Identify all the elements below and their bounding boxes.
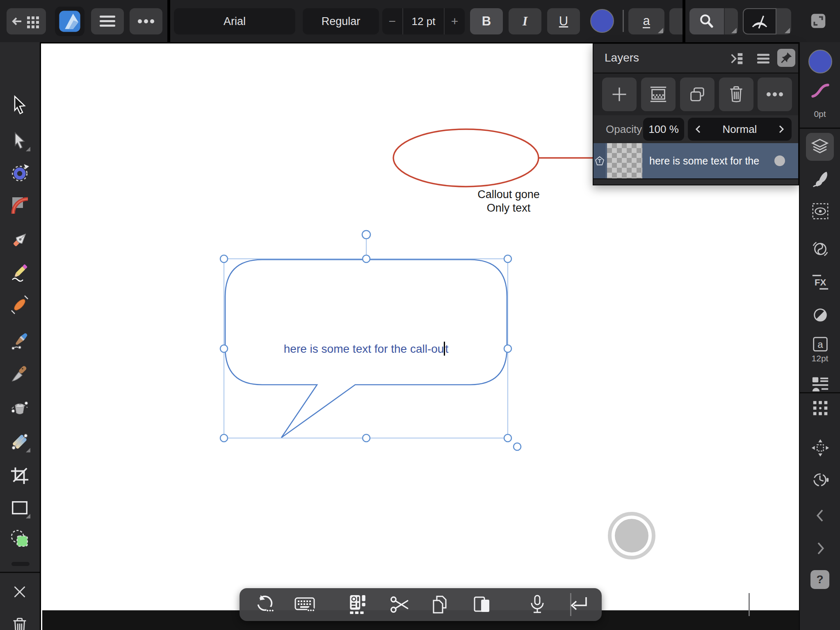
dictation-button[interactable] [527,594,548,615]
font-style-value: Regular [322,15,361,28]
selection-handle[interactable] [220,434,228,442]
font-style-button[interactable]: Regular [303,8,379,34]
studio-effects-button[interactable]: FX [810,272,830,292]
zoom-options-button[interactable] [724,8,738,34]
character-label: a [643,15,650,28]
undo-button[interactable] [254,594,276,615]
blend-mode-selector[interactable]: Normal [688,118,792,141]
clipped-button[interactable] [669,8,682,34]
vector-brush-tool[interactable] [8,329,31,352]
studio-layers-button[interactable] [806,133,834,161]
return-button[interactable] [568,594,589,615]
mask-layer-button[interactable] [641,78,676,111]
boolean-selection-tool[interactable] [8,527,31,550]
layers-panel-title: Layers [605,51,639,64]
shape-tool[interactable] [8,496,31,519]
rotation-handle[interactable] [362,231,370,239]
deselect-button[interactable] [8,580,31,603]
corner-radius-handle[interactable] [514,443,521,450]
chevron-right-icon[interactable] [776,124,786,134]
copy-button[interactable] [429,594,450,615]
assistant-options-button[interactable] [776,8,791,34]
character-style-button[interactable]: a [628,8,664,34]
collapse-left-button[interactable] [810,506,830,525]
style-pot-tool[interactable] [8,396,31,419]
exit-fullscreen-button[interactable] [809,11,828,32]
chevron-left-icon [812,507,829,524]
paste-button[interactable] [471,594,493,615]
stroke-style-button[interactable] [810,81,830,100]
studio-history-button[interactable] [810,470,830,490]
layer-row-selected[interactable]: here is some text for the [593,143,798,178]
layer-more-button[interactable] [758,78,792,111]
chevron-left-icon[interactable] [694,124,703,134]
panel-options-button[interactable] [755,50,772,68]
tool-fold-icon [26,147,30,151]
delete-layer-button[interactable] [719,78,753,111]
bold-label: B [482,14,491,29]
fill-color-swatch[interactable] [808,50,832,73]
opacity-blend-row: Opacity 100 % Normal [593,115,798,143]
layer-thumbnail[interactable] [607,143,642,178]
studio-contrast-button[interactable] [810,305,830,325]
add-layer-button[interactable] [602,78,637,111]
paste-icon [472,594,492,615]
selection-handle[interactable] [220,255,228,262]
selection-handle[interactable] [504,434,511,442]
studio-brushes-button[interactable] [810,170,830,189]
italic-label: I [523,14,527,29]
cut-button[interactable] [388,594,410,615]
crop-tool[interactable] [8,464,31,487]
studio-adjustments-button[interactable] [810,201,830,221]
layers-actions-row [593,73,798,115]
zoom-tool-button[interactable] [689,8,724,34]
node-tool[interactable] [8,129,31,152]
pixel-selection-tool[interactable] [8,161,31,184]
back-to-gallery-button[interactable] [7,8,46,34]
selection-handle[interactable] [363,255,370,262]
toolbar-separator [167,0,170,42]
text-color-swatch[interactable] [590,9,614,33]
studio-text-style-button[interactable]: a [810,335,830,355]
italic-button[interactable]: I [509,8,541,34]
gradient-tool[interactable] [8,430,31,453]
layer-visibility-toggle[interactable] [774,155,785,166]
studio-paragraph-button[interactable] [810,374,830,393]
bold-button[interactable]: B [470,8,503,34]
font-size-increase-button[interactable]: + [445,14,465,28]
font-size-value[interactable]: 12 pt [402,8,445,34]
delete-button[interactable] [8,615,31,630]
keyboard-button[interactable] [294,594,316,615]
move-tool[interactable] [8,94,31,116]
selection-handle[interactable] [363,434,370,442]
collapse-right-button[interactable] [810,539,830,558]
duplicate-layer-button[interactable] [680,78,714,111]
pencil-tool[interactable] [8,260,31,283]
strip-divider [800,128,840,129]
app-button[interactable] [55,7,84,36]
selection-handle[interactable] [504,255,511,262]
document-menu-button[interactable] [91,8,124,34]
assistant-tool-button[interactable] [743,8,776,34]
corner-tool[interactable] [8,193,31,216]
studio-transform-button[interactable] [810,398,830,418]
more-options-button[interactable] [130,8,162,34]
font-size-decrease-button[interactable]: − [382,14,402,28]
knife-tool[interactable] [8,362,31,385]
move-tool-icon [10,95,30,115]
font-family-button[interactable]: Arial [174,8,295,34]
ellipsis-icon [766,92,783,97]
studio-filters-button[interactable] [810,239,830,259]
paint-tool[interactable] [8,293,31,316]
help-button[interactable]: ? [810,570,829,589]
studio-move-button[interactable] [810,438,830,458]
underline-button[interactable]: U [547,8,580,34]
opacity-value-field[interactable]: 100 % [643,118,684,141]
pen-tool[interactable] [8,228,31,251]
pin-panel-button[interactable] [777,49,795,67]
tools-drag-handle[interactable] [11,562,30,566]
bubble-text-after-cursor: t [445,342,448,355]
bubble-text[interactable]: here is some text for the call-out [225,342,507,356]
format-style-button[interactable] [347,594,368,615]
insert-target-button[interactable] [729,50,745,68]
